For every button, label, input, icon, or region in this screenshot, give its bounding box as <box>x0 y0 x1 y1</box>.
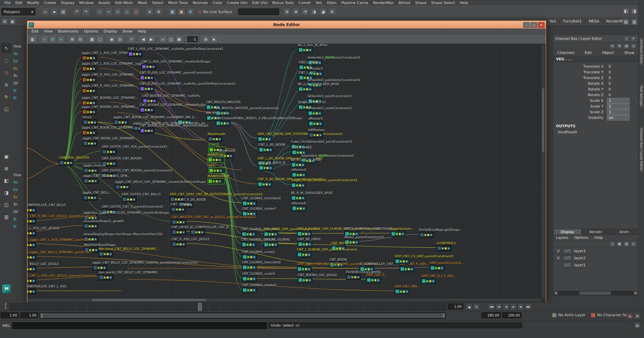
snap-plane-icon[interactable]: ◇ <box>123 8 131 16</box>
message-port-icon[interactable] <box>319 134 322 136</box>
graph-node[interactable]: GRP_CNT_R_ABS... <box>400 266 414 272</box>
message-port-icon[interactable] <box>227 122 229 125</box>
message-port-icon[interactable] <box>448 247 450 250</box>
graph-node[interactable]: jiggle_CNT_BOOB_LOC_DYNAMIC <box>83 140 97 146</box>
graph-node[interactable]: CNT_R_JIG_BOOB_GRP_parentConstraint1 <box>257 181 272 187</box>
output-port-icon[interactable] <box>87 90 89 92</box>
graph-node[interactable]: CNT_HEAD <box>171 229 186 235</box>
node-body[interactable] <box>419 232 434 238</box>
input-port-icon[interactable] <box>148 109 150 111</box>
graph-node[interactable]: jiggle_CNT_L_ASS_LOC_DYNAMIC_jiggle... <box>82 66 96 72</box>
message-port-icon[interactable] <box>95 249 97 251</box>
attribute-value[interactable]: 0 <box>607 81 629 86</box>
input-port-icon[interactable] <box>305 254 307 256</box>
input-port-icon[interactable] <box>91 180 94 182</box>
input-port-icon[interactable] <box>249 233 252 235</box>
graph-node[interactable]: ikHandle5_scaleConstraint1 <box>308 110 322 116</box>
input-port-icon[interactable] <box>300 151 302 154</box>
message-port-icon[interactable] <box>432 280 434 282</box>
graph-node[interactable]: jiggle_CNT_R_ASS_LOC_DYNAMIC... <box>82 77 96 83</box>
layer-menu-layers[interactable]: Layers <box>556 235 573 240</box>
message-port-icon[interactable] <box>253 289 255 291</box>
node-body[interactable] <box>242 287 257 293</box>
menu-create-uvs[interactable]: Create UVs <box>225 1 250 5</box>
graph-node[interactable]: CNT_BOOB4_LOC_JIGGLE <box>298 277 312 283</box>
input-port-icon[interactable] <box>300 174 302 176</box>
graph-node[interactable]: CNT_R_ASS_LOC_DYNAMIC_parentConstraint1 <box>140 75 154 81</box>
node-body[interactable] <box>208 157 225 163</box>
node-body[interactable] <box>346 274 361 280</box>
output-port-icon[interactable] <box>247 213 249 215</box>
input-port-icon[interactable] <box>90 90 92 92</box>
output-port-icon[interactable] <box>297 207 299 210</box>
node-body[interactable] <box>83 223 98 229</box>
render-icon[interactable]: ▦ <box>168 8 176 16</box>
panel-tab-attribute-editor[interactable]: Attribute Editor <box>639 36 644 67</box>
pane-number[interactable]: 1 <box>5 306 7 310</box>
graph-node[interactable]: jiggle_CNT_BOOB4_LOC_DYNAMIC... <box>82 109 96 115</box>
menu-xgen[interactable]: XGen <box>324 1 339 5</box>
auto-keyframe-icon[interactable]: ● <box>627 313 633 319</box>
message-port-icon[interactable] <box>430 234 432 236</box>
node-body[interactable] <box>83 167 98 174</box>
output-port-icon[interactable] <box>195 231 197 233</box>
graph-node[interactable]: jiggle_CNT_BOOB_LOC_DYNAMIC_nullInflu <box>113 119 128 125</box>
command-line-mode[interactable]: MEL <box>3 324 10 328</box>
shelf-tab-furryball1[interactable]: FurryBall1 <box>560 19 585 23</box>
output-port-icon[interactable] <box>88 180 91 182</box>
message-port-icon[interactable] <box>269 149 272 151</box>
node-body[interactable] <box>27 242 36 248</box>
message-port-icon[interactable] <box>93 111 95 113</box>
input-port-icon[interactable] <box>271 244 274 246</box>
input-port-icon[interactable] <box>179 221 182 223</box>
graph-node[interactable]: BE_R_LEG_IK_BASE <box>291 162 306 168</box>
shelf-edit-icon[interactable]: ▥ <box>631 18 638 25</box>
remove-nodes-icon[interactable]: ⊟ <box>77 36 84 43</box>
message-port-icon[interactable] <box>402 233 404 235</box>
layer-row[interactable]: Vlayer2 <box>553 255 638 262</box>
hair-icon[interactable]: ◕ <box>319 8 327 16</box>
graph-node[interactable]: effector6 <box>292 205 306 211</box>
graph-node[interactable]: VEG <box>209 167 226 174</box>
node-body[interactable] <box>258 165 273 171</box>
node-body[interactable] <box>98 274 113 280</box>
graph-node[interactable]: CNT_BN_BACK_D <box>258 165 273 171</box>
graph-node[interactable]: jiggle_CNT_BELL... <box>83 195 97 201</box>
output-node-item[interactable]: bindPose9 <box>553 128 638 134</box>
output-port-icon[interactable] <box>303 243 305 246</box>
node-body[interactable] <box>83 195 97 201</box>
scroll-left-arrow-icon[interactable]: ◀ <box>553 291 558 295</box>
script-editor-icon[interactable]: ▤ <box>634 322 641 329</box>
node-editor-menu-show[interactable]: Show <box>120 29 135 33</box>
loop-icon[interactable]: ↻ <box>473 303 480 310</box>
menu-comet[interactable]: Comet <box>296 1 313 5</box>
input-port-icon[interactable] <box>299 197 301 199</box>
scrollbar-thumb[interactable] <box>542 88 544 152</box>
output-port-icon[interactable] <box>396 233 398 235</box>
input-port-icon[interactable] <box>29 280 32 282</box>
message-port-icon[interactable] <box>109 276 112 279</box>
graph-node[interactable]: jiggle_CNT_BELLY_LOC_DYNAMIC_meshInfluPa… <box>115 184 130 190</box>
menu-assets[interactable]: Assets <box>96 1 113 5</box>
input-port-icon[interactable] <box>122 121 124 124</box>
pane-layout-right-icon[interactable]: ◨ <box>2 188 11 197</box>
message-port-icon[interactable] <box>113 162 115 165</box>
output-port-icon[interactable] <box>426 280 428 282</box>
output-port-icon[interactable] <box>146 66 149 68</box>
node-body[interactable] <box>308 121 323 127</box>
scrollbar-thumb[interactable] <box>92 299 206 301</box>
message-port-icon[interactable] <box>269 167 272 169</box>
shelf-tab-yeti[interactable]: Yeti <box>546 19 560 23</box>
node-body[interactable] <box>366 277 381 283</box>
grid-toggle-icon[interactable]: ⊞ <box>202 36 210 43</box>
graph-node[interactable]: GRP_CNT_R_C3_ABS... <box>421 278 436 284</box>
output-port-icon[interactable] <box>262 138 265 140</box>
message-port-icon[interactable] <box>309 88 311 90</box>
input-port-icon[interactable] <box>148 77 150 79</box>
message-port-icon[interactable] <box>139 53 141 55</box>
graph-node[interactable]: effector5 <box>308 121 323 127</box>
ncloth-icon[interactable]: ⊚ <box>328 8 336 16</box>
node-body[interactable] <box>102 149 116 155</box>
output-port-icon[interactable] <box>27 209 29 211</box>
graph-node[interactable]: CNT_L_JIG_BOOB <box>258 147 273 153</box>
